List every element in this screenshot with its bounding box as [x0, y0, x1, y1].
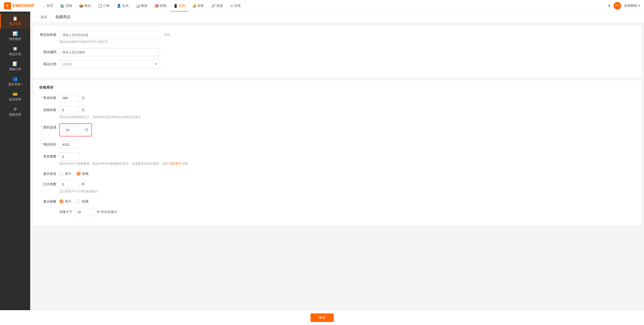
nav-label-data: 数据: [141, 4, 147, 8]
sales-data-icon: 📊: [13, 31, 18, 36]
leader-commission-row: 团长提成 元: [39, 123, 635, 136]
goods-management-icon: 📋: [13, 16, 18, 21]
sidebar-label-withdraw-manage: 提现管理: [9, 97, 21, 102]
short-title-input[interactable]: [59, 31, 160, 39]
sell-price-row: 售卖价格 元: [39, 94, 635, 102]
sidebar-item-goods-management[interactable]: 📋 商品管理: [0, 14, 30, 29]
short-title-row: 商品短标题 0/20 商品短标题用于快速打印和小票打印: [39, 31, 635, 44]
nav-item-member[interactable]: 👤 会员: [114, 0, 132, 12]
line-price-content: 元 商品没有优惠的情况下，划线价在商品详情会以划线形式显示: [59, 106, 635, 119]
nav-label-channel: 渠道: [216, 4, 223, 8]
settings-icon: ⚙: [230, 4, 233, 8]
back-label: 返回: [41, 15, 47, 19]
group-settings-icon: ⚙: [13, 107, 17, 112]
top-nav: E EWEISHOP ⌂ 首页 🏪 店铺 📦 商品 📋 订单 👤 会员 📊 数据…: [0, 0, 644, 12]
stock-input[interactable]: [59, 140, 80, 149]
nav-item-app[interactable]: 📱 应用: [170, 0, 188, 12]
nav-label-app: 应用: [179, 4, 185, 8]
app-icon: 📱: [173, 4, 178, 8]
show-sales-show-radio[interactable]: [59, 199, 63, 203]
sidebar-label-goods-category: 商品分类: [9, 52, 21, 56]
code-input[interactable]: [59, 48, 160, 56]
data-icon: 📊: [136, 4, 140, 8]
leader-commission-label: 团长提成: [39, 123, 59, 130]
show-sales-content: 显示 隐藏: [59, 198, 635, 204]
avatar[interactable]: iTA: [614, 2, 621, 10]
show-sales-hide-label: 隐藏: [82, 199, 89, 204]
back-button[interactable]: ← 返回: [36, 15, 47, 19]
sold-count-input[interactable]: [59, 180, 80, 188]
show-sales-hide-radio[interactable]: [77, 199, 81, 203]
sidebar-item-leader-manage[interactable]: 👥 团长管理 ▾: [0, 74, 30, 89]
nav-label-settings: 设置: [234, 4, 241, 8]
sidebar: 📋 商品管理 📊 销售数据 🔲 商品分类 📝 团购订单 👥 团长管理 ▾ 💳 提…: [0, 12, 30, 310]
show-stock-hide-option[interactable]: 隐藏: [77, 171, 89, 176]
download-btn[interactable]: ⬇: [608, 4, 611, 8]
sidebar-item-sales-data[interactable]: 📊 销售数据: [0, 29, 30, 44]
main-layout: 📋 商品管理 📊 销售数据 🔲 商品分类 📝 团购订单 👥 团长管理 ▾ 💳 提…: [0, 12, 644, 310]
finance-icon: 💰: [192, 4, 197, 8]
sold-count-hint: 已出售数不计入商品数据统计: [59, 189, 635, 194]
leader-commission-input[interactable]: [63, 126, 83, 134]
logo: E EWEISHOP: [4, 2, 34, 9]
stock-label: 商品库存: [39, 140, 59, 147]
nav-item-home[interactable]: ⌂ 首页: [40, 0, 56, 12]
nav-item-finance[interactable]: 💰 财务: [189, 0, 207, 12]
nav-right: ⬇ iTA 使用教程 ▾: [608, 2, 640, 10]
stock-row: 商品库存: [39, 140, 635, 149]
auto-show-unit: 件 时自动显示: [97, 210, 117, 214]
home-icon: ⌂: [43, 4, 45, 8]
nav-label-goods: 商品: [84, 4, 91, 8]
short-title-label: 商品短标题: [39, 31, 59, 37]
save-button[interactable]: 保存: [311, 313, 334, 322]
stock-warning-hint-end: 设置: [182, 162, 188, 165]
sidebar-label-group-settings: 团购设置: [9, 113, 21, 117]
nav-item-data[interactable]: 📊 数据: [133, 0, 150, 12]
stock-warning-link[interactable]: 消息通知: [169, 162, 181, 165]
stock-warning-hint-text: 商品库存少于预警数量，商品列表库存数量标红显示，如需要发送消息通知，请到: [59, 162, 168, 165]
stock-warning-input[interactable]: [59, 153, 80, 161]
nav-items: ⌂ 首页 🏪 店铺 📦 商品 📋 订单 👤 会员 📊 数据 🎯 营销 📱: [40, 0, 608, 12]
tutorial-btn[interactable]: 使用教程 ▾: [624, 4, 640, 8]
bottom-bar: 保存: [0, 310, 644, 325]
show-sales-hide-option[interactable]: 隐藏: [77, 199, 89, 204]
show-sales-show-option[interactable]: 显示: [59, 199, 71, 204]
sidebar-item-withdraw-manage[interactable]: 💳 提现管理: [0, 89, 30, 104]
sell-price-input[interactable]: [59, 94, 80, 102]
goods-icon: 📦: [79, 4, 83, 8]
show-sales-label: 显示销量: [39, 198, 59, 204]
sold-count-label: 已出售数: [39, 180, 59, 187]
nav-label-marketing: 营销: [160, 4, 166, 8]
download-icon: ⬇: [608, 4, 611, 8]
leader-commission-content: 元: [59, 123, 635, 136]
basic-info-section: 商品短标题 0/20 商品短标题用于快速打印和小票打印 商品编码 商品分: [33, 26, 641, 77]
nav-item-order[interactable]: 📋 订单: [95, 0, 113, 12]
logo-text: EWEISHOP: [13, 4, 34, 8]
short-title-count: 0/20: [164, 33, 170, 37]
sidebar-item-goods-category[interactable]: 🔲 商品分类: [0, 44, 30, 59]
sidebar-item-group-order[interactable]: 📝 团购订单: [0, 59, 30, 74]
category-row: 商品分类 请选择: [39, 60, 635, 68]
line-price-input[interactable]: [59, 106, 80, 114]
nav-item-store[interactable]: 🏪 店铺: [57, 0, 75, 12]
line-price-unit: 元: [82, 108, 85, 112]
show-stock-label: 显示库存: [39, 170, 59, 176]
auto-show-input[interactable]: [74, 208, 95, 216]
line-price-hint: 商品没有优惠的情况下，划线价在商品详情会以划线形式显示: [59, 115, 635, 119]
show-stock-show-option[interactable]: 显示: [59, 171, 71, 176]
sold-count-row: 已出售数 件 已出售数不计入商品数据统计: [39, 180, 635, 194]
nav-item-channel[interactable]: 🔗 渠道: [208, 0, 226, 12]
show-stock-hide-label: 隐藏: [82, 171, 89, 176]
price-section: 价格库存 售卖价格 元 划线价格 元: [33, 80, 641, 225]
member-icon: 👤: [117, 4, 121, 8]
sidebar-item-group-settings[interactable]: ⚙ 团购设置: [0, 104, 30, 119]
show-stock-hide-radio[interactable]: [77, 172, 81, 176]
show-stock-show-radio[interactable]: [59, 172, 63, 176]
nav-item-goods[interactable]: 📦 商品: [76, 0, 94, 12]
nav-item-marketing[interactable]: 🎯 营销: [151, 0, 169, 12]
content-area: ← 返回 创建商品 商品短标题 0/20 商品短标题用于快速打印和小票打印: [30, 12, 644, 310]
nav-item-settings[interactable]: ⚙ 设置: [227, 0, 244, 12]
category-select[interactable]: 请选择: [59, 60, 160, 68]
store-icon: 🏪: [60, 4, 64, 8]
page-header: ← 返回 创建商品: [30, 12, 644, 23]
